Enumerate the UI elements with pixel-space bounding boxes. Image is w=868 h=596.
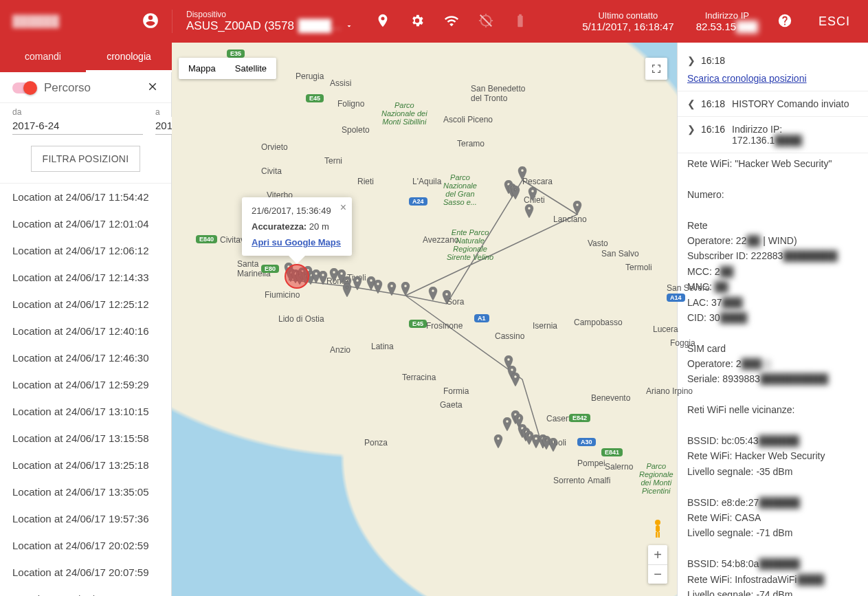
gear-icon[interactable] [410,13,425,30]
wifi-icon[interactable] [444,13,459,30]
wifi-info: Rete WiFi: "Hacker Web Security" Numero:… [678,153,868,596]
city-label: Cassino [495,331,524,341]
city-label: Pompei [577,459,605,468]
map-type-satellite[interactable]: Satellite [225,58,276,79]
city-label: L'Aquila [412,177,441,186]
history-entry[interactable]: ❮ 16:18 HISTORY Comando inviato [678,91,868,117]
city-label: Rieti [357,177,374,186]
list-item[interactable]: Location at 24/06/17 12:14:33 [0,264,171,291]
city-label: Ascoli Piceno [443,115,493,124]
map-pin[interactable] [510,373,521,386]
pegman-icon[interactable] [649,519,666,540]
list-item[interactable]: Location at 24/06/17 12:40:16 [0,318,171,344]
list-item[interactable]: Location at 24/06/17 13:35:05 [0,478,171,505]
city-label: Latina [371,342,394,351]
city-label: Foggia [670,338,695,348]
city-label: Lanciano [553,214,587,224]
map-pin[interactable] [386,282,397,296]
map-type-switch[interactable]: Mappa Satellite [179,58,276,79]
road-badge: A1 [474,314,489,322]
city-label: Frosinone [426,321,463,331]
account-icon[interactable] [142,12,159,32]
list-item[interactable]: Location at 24/06/17 12:59:29 [0,371,171,398]
map-pin[interactable] [427,287,438,300]
city-label: Sorrento [553,476,585,485]
close-icon[interactable] [146,80,159,96]
park-label: ParcoRegionaledei MontiPicentini [639,462,674,495]
list-item[interactable]: Location at 24/06/17 20:07:59 [0,559,171,586]
map-pin[interactable] [527,187,538,201]
city-label: Benevento [591,393,630,403]
city-label: Terracina [402,373,436,382]
city-label: Gaeta [440,400,463,410]
list-item[interactable]: Location at 24/06/17 12:06:12 [0,237,171,264]
route-toggle[interactable] [12,82,36,93]
map-type-map[interactable]: Mappa [179,58,225,79]
map-pin[interactable] [318,271,329,285]
city-label: San Severo [667,283,710,293]
zoom-in-button[interactable]: + [648,545,667,564]
zoom-out-button[interactable]: − [648,564,667,584]
map-pin[interactable] [548,438,559,452]
road-badge: E35 [227,49,245,58]
map-pin[interactable] [510,186,521,199]
city-label: Ponza [364,438,388,448]
city-label: Lido di Ostia [278,314,324,324]
map-pin[interactable] [372,280,383,294]
popup-maps-link[interactable]: Apri su Google Maps [252,237,341,247]
map-pin[interactable] [572,201,583,214]
history-entry[interactable]: ❯ 16:16 Indirizzo IP: 172.136.1████ [678,117,868,153]
list-item[interactable]: Location at 24/06/17 13:15:58 [0,425,171,452]
location-icon[interactable] [375,13,390,30]
map-pin[interactable] [441,290,452,304]
logout-button[interactable]: ESCI [801,14,868,29]
location-list[interactable]: Location at 24/06/17 11:54:42Location at… [0,183,171,596]
city-label: Fiumicino [265,290,300,300]
map-pin[interactable] [342,283,353,297]
city-label: Termoli [625,263,652,272]
tab-commands[interactable]: comandi [0,43,86,72]
list-item[interactable]: Location at 24/06/17 20:12:59 [0,586,171,596]
brand-area: ██████ [0,12,172,32]
park-label: ParcoNazionaledel GranSasso e... [443,173,477,206]
list-item[interactable]: Location at 24/06/17 12:46:30 [0,344,171,371]
road-badge: A14 [667,294,685,302]
map-pin[interactable] [493,434,504,448]
city-label: Formia [443,386,469,396]
history-entry[interactable]: ❯ 16:18 [678,48,868,73]
map-pin[interactable] [524,204,535,218]
list-item[interactable]: Location at 24/06/17 11:54:42 [0,184,171,210]
map-pin[interactable] [502,417,513,431]
tab-history[interactable]: cronologia [86,43,172,72]
list-item[interactable]: Location at 24/06/17 12:25:12 [0,291,171,318]
road-badge: E840 [196,235,217,243]
download-history-link[interactable]: Scarica cronologia posizioni [678,73,868,91]
filter-button[interactable]: FILTRA POSIZIONI [31,146,141,172]
list-item[interactable]: Location at 24/06/17 19:57:36 [0,505,171,532]
list-item[interactable]: Location at 24/06/17 20:02:59 [0,532,171,559]
svg-point-0 [655,520,660,525]
map[interactable]: PerugiaAssisiFolignoSpoletoTerniOrvietoV… [172,43,677,596]
list-item[interactable]: Location at 24/06/17 13:25:18 [0,452,171,478]
fullscreen-icon[interactable] [645,58,667,80]
device-selector[interactable]: Dispositivo ASUS_Z00AD (3578████... [172,10,363,33]
map-pin[interactable] [352,276,363,290]
park-label: Ente ParcoNaturaleRegionaleSirente Velin… [447,228,493,261]
gps-off-icon[interactable] [478,13,493,30]
map-pin[interactable] [400,282,411,296]
popup-close-icon[interactable]: × [340,201,346,214]
city-label: Campobasso [574,318,623,327]
list-item[interactable]: Location at 24/06/17 13:10:15 [0,398,171,425]
list-item[interactable]: Location at 24/06/17 12:01:04 [0,210,171,237]
city-label: Teramo [457,139,485,148]
battery-icon[interactable] [513,13,528,30]
city-label: Isernia [533,321,557,331]
popup-timestamp: 21/6/2017, 15:36:49 [252,206,342,216]
route-title: Percorso [44,81,138,95]
ip-address: Indirizzo IP 82.53.15███ [685,10,769,32]
date-from-input[interactable] [12,117,143,135]
current-location-marker[interactable] [285,264,309,289]
help-icon[interactable] [769,13,801,30]
map-pin[interactable] [517,166,528,180]
date-from-label: da [12,107,143,117]
